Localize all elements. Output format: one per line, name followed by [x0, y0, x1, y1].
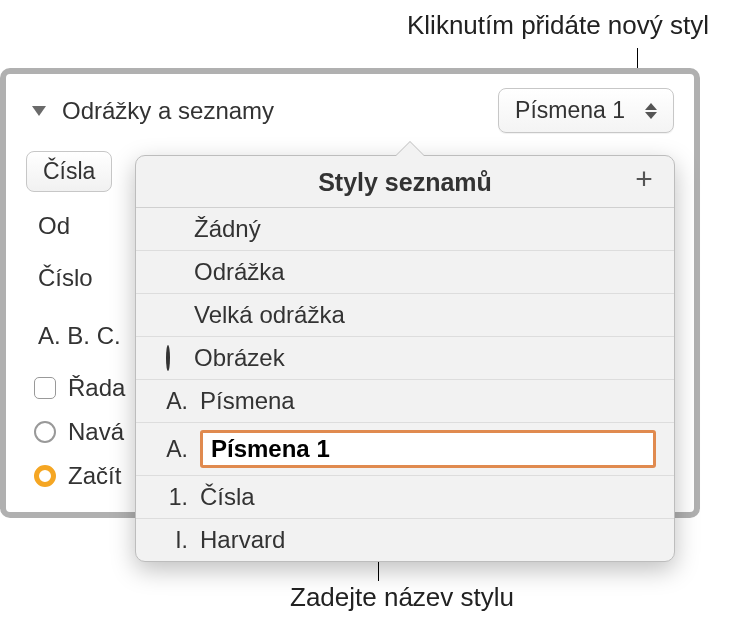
bullets-lists-row: Odrážky a seznamy Písmena 1 — [26, 88, 674, 133]
option-label: Začít — [68, 462, 121, 490]
bullet-image-icon — [154, 347, 182, 370]
option-label: Řada — [68, 374, 125, 402]
style-item-numbers[interactable]: 1. Čísla — [136, 476, 674, 519]
bullet-letter-icon: A. — [154, 388, 188, 415]
list-styles-popover: Styly seznamů + Žádný Odrážka Velká odrá… — [135, 155, 675, 562]
style-item-letters-1-editing[interactable]: A. — [136, 423, 674, 476]
style-list: Žádný Odrážka Velká odrážka Obrázek A. P… — [136, 208, 674, 561]
style-item-big-bullet[interactable]: Velká odrážka — [136, 294, 674, 337]
popover-title: Styly seznamů + — [136, 156, 674, 208]
radio-icon[interactable] — [34, 421, 56, 443]
callout-type-name: Zadejte název stylu — [290, 582, 514, 613]
style-item-none[interactable]: Žádný — [136, 208, 674, 251]
dropdown-value: Písmena 1 — [515, 97, 625, 124]
add-style-button[interactable]: + — [628, 164, 660, 196]
disclosure-triangle-icon[interactable] — [32, 106, 46, 116]
bullet-roman-icon: I. — [154, 527, 188, 554]
style-label: Čísla — [200, 483, 255, 511]
callout-add-style: Kliknutím přidáte nový styl — [407, 10, 709, 41]
style-label: Harvard — [200, 526, 285, 554]
style-item-harvard[interactable]: I. Harvard — [136, 519, 674, 561]
chevron-updown-icon — [645, 103, 657, 119]
bullets-lists-label: Odrážky a seznamy — [62, 97, 274, 125]
bullet-letter-icon: A. — [154, 436, 188, 463]
option-label: Navá — [68, 418, 124, 446]
bullet-number-icon: 1. — [154, 484, 188, 511]
radio-selected-icon[interactable] — [34, 465, 56, 487]
checkbox-icon[interactable] — [34, 377, 56, 399]
style-label: Žádný — [194, 215, 261, 243]
style-item-bullet[interactable]: Odrážka — [136, 251, 674, 294]
style-label: Odrážka — [194, 258, 285, 286]
style-label: Obrázek — [194, 344, 285, 372]
style-label: Velká odrážka — [194, 301, 345, 329]
style-name-edit-wrap — [200, 430, 656, 468]
style-item-image[interactable]: Obrázek — [136, 337, 674, 380]
popover-title-text: Styly seznamů — [318, 168, 492, 196]
numbers-chip[interactable]: Čísla — [26, 151, 112, 192]
list-style-dropdown[interactable]: Písmena 1 — [498, 88, 674, 133]
style-label: Písmena — [200, 387, 295, 415]
style-item-letters[interactable]: A. Písmena — [136, 380, 674, 423]
style-name-input[interactable] — [211, 435, 645, 463]
